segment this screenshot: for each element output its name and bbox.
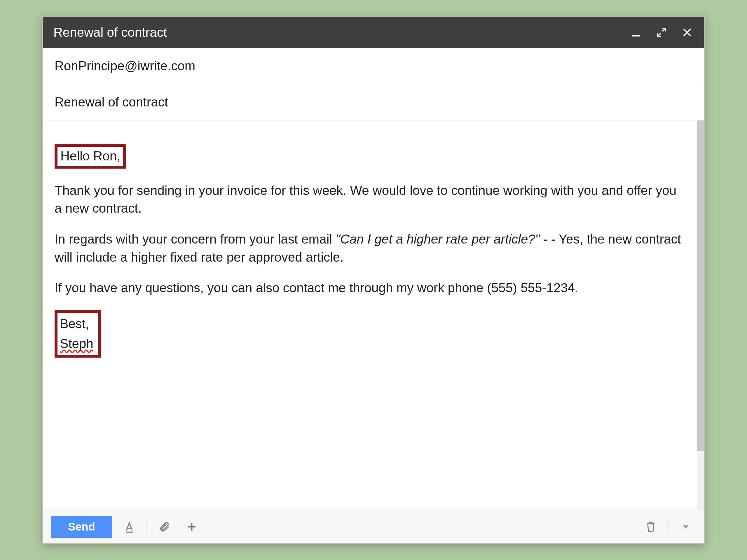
more-options-icon[interactable] — [675, 516, 696, 537]
paragraph-2-quote: "Can I get a higher rate per article?" — [336, 232, 540, 246]
titlebar: Renewal of contract — [43, 17, 704, 48]
compose-window: Renewal of contract RonPrincipe@iwrite.c… — [42, 16, 705, 544]
subject-field[interactable]: Renewal of contract — [43, 84, 704, 121]
paragraph-2a: In regards with your concern from your l… — [55, 232, 336, 246]
to-field[interactable]: RonPrincipe@iwrite.com — [43, 48, 704, 84]
expand-icon[interactable] — [655, 26, 668, 39]
toolbar-divider-2 — [668, 520, 669, 534]
greeting-text: Hello Ron, — [60, 149, 120, 163]
paragraph-2: In regards with your concern from your l… — [55, 230, 686, 266]
signature-name: Steph — [60, 336, 93, 351]
send-button[interactable]: Send — [51, 516, 112, 538]
window-controls — [629, 26, 694, 39]
close-icon[interactable] — [681, 26, 694, 39]
compose-toolbar: Send — [43, 510, 704, 543]
paragraph-1: Thank you for sending in your invoice fo… — [55, 181, 686, 217]
toolbar-divider — [147, 520, 147, 534]
greeting-highlight: Hello Ron, — [55, 144, 126, 168]
trash-icon[interactable] — [641, 516, 661, 537]
format-icon[interactable] — [119, 516, 139, 537]
paragraph-3: If you have any questions, you can also … — [55, 279, 686, 297]
email-body[interactable]: Hello Ron, Thank you for sending in your… — [43, 121, 697, 510]
minimize-icon[interactable] — [629, 26, 642, 39]
scrollbar-thumb[interactable] — [697, 121, 704, 451]
signoff-text: Best, — [60, 317, 89, 331]
scrollbar[interactable] — [697, 121, 704, 510]
body-container: Hello Ron, Thank you for sending in your… — [43, 121, 704, 510]
window-title: Renewal of contract — [53, 25, 629, 40]
insert-icon[interactable] — [181, 516, 202, 537]
signature-highlight: Best, Steph — [55, 310, 101, 357]
attach-icon[interactable] — [154, 516, 175, 537]
